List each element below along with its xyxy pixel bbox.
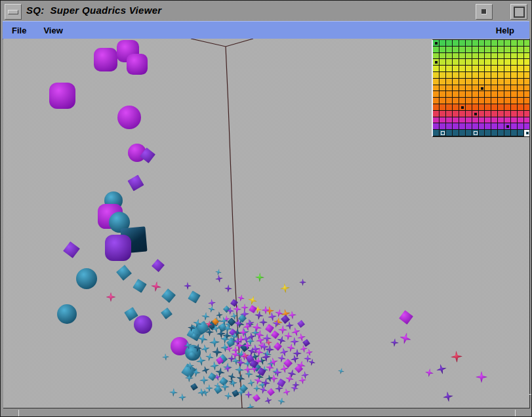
colormap-cell[interactable] xyxy=(498,79,504,85)
colormap-cell[interactable] xyxy=(453,53,459,60)
colormap-cell[interactable] xyxy=(472,104,479,111)
colormap-cell[interactable] xyxy=(453,66,459,72)
colormap-cell[interactable] xyxy=(485,91,491,98)
colormap-cell[interactable] xyxy=(440,47,446,53)
colormap-cell[interactable] xyxy=(459,72,466,79)
colormap-cell[interactable] xyxy=(518,98,524,104)
colormap-cell[interactable] xyxy=(446,98,453,104)
colormap-cell[interactable] xyxy=(498,117,504,124)
colormap-cell[interactable] xyxy=(498,98,504,104)
colormap-cell[interactable] xyxy=(485,59,491,66)
colormap-cell[interactable] xyxy=(524,53,530,60)
colormap-cell[interactable] xyxy=(446,130,453,136)
colormap-cell[interactable] xyxy=(511,123,518,130)
colormap-cell[interactable] xyxy=(453,59,459,66)
colormap-cell[interactable] xyxy=(466,123,472,130)
colormap-cell[interactable] xyxy=(440,40,446,47)
colormap-cell[interactable] xyxy=(511,111,518,117)
colormap-cell[interactable] xyxy=(466,53,472,60)
colormap-cell[interactable] xyxy=(524,91,530,98)
colormap-cell[interactable] xyxy=(446,72,453,79)
colormap-cell[interactable] xyxy=(511,117,518,124)
colormap-cell[interactable] xyxy=(518,66,524,72)
colormap-cell[interactable] xyxy=(453,85,459,92)
colormap-legend[interactable] xyxy=(432,39,530,137)
colormap-cell[interactable] xyxy=(459,130,466,136)
colormap-cell[interactable] xyxy=(433,130,440,136)
3d-viewport[interactable] xyxy=(3,39,530,408)
colormap-cell[interactable] xyxy=(453,130,459,136)
colormap-cell[interactable] xyxy=(504,85,511,92)
colormap-cell[interactable] xyxy=(479,59,485,66)
colormap-cell[interactable] xyxy=(453,111,459,117)
colormap-cell[interactable] xyxy=(491,59,498,66)
colormap-cell[interactable] xyxy=(504,91,511,98)
colormap-cell[interactable] xyxy=(524,79,530,85)
colormap-cell[interactable] xyxy=(511,85,518,92)
colormap-cell[interactable] xyxy=(446,79,453,85)
colormap-cell[interactable] xyxy=(504,53,511,60)
colormap-cell[interactable] xyxy=(440,79,446,85)
colormap-cell[interactable] xyxy=(485,98,491,104)
colormap-cell[interactable] xyxy=(433,47,440,53)
colormap-cell[interactable] xyxy=(446,91,453,98)
menu-help[interactable]: Help xyxy=(490,23,520,38)
colormap-cell[interactable] xyxy=(466,79,472,85)
colormap-cell[interactable] xyxy=(498,85,504,92)
colormap-cell[interactable] xyxy=(491,53,498,60)
colormap-cell[interactable] xyxy=(433,72,440,79)
colormap-cell[interactable] xyxy=(472,53,479,60)
colormap-cell[interactable] xyxy=(485,130,491,136)
colormap-cell[interactable] xyxy=(498,111,504,117)
colormap-cell[interactable] xyxy=(498,72,504,79)
colormap-cell[interactable] xyxy=(459,47,466,53)
colormap-cell[interactable] xyxy=(453,40,459,47)
colormap-cell[interactable] xyxy=(440,53,446,60)
colormap-cell[interactable] xyxy=(511,130,518,136)
colormap-cell[interactable] xyxy=(446,53,453,60)
colormap-cell[interactable] xyxy=(479,117,485,124)
colormap-cell[interactable] xyxy=(433,104,440,111)
colormap-cell[interactable] xyxy=(524,117,530,124)
colormap-cell[interactable] xyxy=(511,40,518,47)
colormap-cell[interactable] xyxy=(504,104,511,111)
colormap-cell[interactable] xyxy=(472,123,479,130)
colormap-cell[interactable] xyxy=(466,85,472,92)
colormap-cell[interactable] xyxy=(524,111,530,117)
colormap-cell[interactable] xyxy=(479,53,485,60)
colormap-cell[interactable] xyxy=(518,117,524,124)
colormap-cell[interactable] xyxy=(524,72,530,79)
colormap-cell[interactable] xyxy=(518,85,524,92)
colormap-cell[interactable] xyxy=(498,104,504,111)
colormap-cell[interactable] xyxy=(485,53,491,60)
colormap-cell[interactable] xyxy=(485,66,491,72)
colormap-cell[interactable] xyxy=(511,59,518,66)
colormap-cell[interactable] xyxy=(485,47,491,53)
colormap-cell[interactable] xyxy=(433,79,440,85)
colormap-cell[interactable] xyxy=(485,85,491,92)
colormap-cell[interactable] xyxy=(459,111,466,117)
colormap-cell[interactable] xyxy=(466,72,472,79)
colormap-cell[interactable] xyxy=(472,72,479,79)
colormap-cell[interactable] xyxy=(504,59,511,66)
colormap-cell[interactable] xyxy=(485,104,491,111)
colormap-cell[interactable] xyxy=(524,66,530,72)
colormap-cell[interactable] xyxy=(511,66,518,72)
colormap-cell[interactable] xyxy=(498,123,504,130)
colormap-cell[interactable] xyxy=(479,130,485,136)
colormap-cell[interactable] xyxy=(518,72,524,79)
menu-file[interactable]: File xyxy=(6,23,32,38)
colormap-cell[interactable] xyxy=(479,91,485,98)
colormap-cell[interactable] xyxy=(446,117,453,124)
colormap-cell[interactable] xyxy=(491,111,498,117)
colormap-cell[interactable] xyxy=(459,79,466,85)
maximize-button[interactable] xyxy=(510,4,527,20)
colormap-cell[interactable] xyxy=(446,123,453,130)
colormap-cell[interactable] xyxy=(433,98,440,104)
colormap-cell[interactable] xyxy=(498,91,504,98)
colormap-cell[interactable] xyxy=(504,66,511,72)
colormap-cell[interactable] xyxy=(459,117,466,124)
colormap-cell[interactable] xyxy=(491,40,498,47)
colormap-cell[interactable] xyxy=(440,117,446,124)
colormap-cell[interactable] xyxy=(479,104,485,111)
